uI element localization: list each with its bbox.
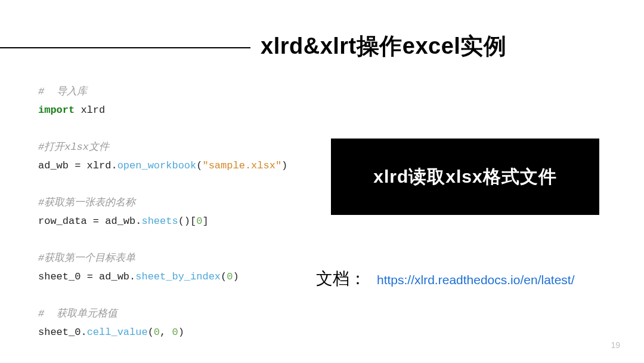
code-comment: #打开xlsx文件 [38,141,109,153]
code-block: # 导入库 import xlrd #打开xlsx文件 ad_wb = xlrd… [38,82,287,342]
doc-link[interactable]: https://xlrd.readthedocs.io/en/latest/ [377,273,575,287]
code-text: ad_wb [38,160,75,171]
code-text: xlrd [75,104,105,116]
code-comment: # 获取单元格值 [38,308,117,319]
code-text: . [80,327,86,338]
code-comment: #获取第一张表的名称 [38,197,135,208]
code-text: , [160,327,172,338]
code-text: ] [202,216,208,227]
title-divider [0,47,250,48]
code-text: sheet_0 [38,327,80,338]
code-text: ) [233,271,239,282]
code-text: ()[ [178,216,197,227]
code-text: ( [148,327,154,338]
code-text: ad_wb [93,271,129,282]
code-comment: #获取第一个目标表单 [38,253,135,264]
doc-row: 文档： https://xlrd.readthedocs.io/en/lates… [316,267,575,290]
slide-title: xlrd&xlrt操作excel实例 [261,31,506,61]
banner-text: xlrd读取xlsx格式文件 [373,165,556,189]
code-text: = [93,216,99,227]
doc-label: 文档： [316,267,366,290]
slide: xlrd&xlrt操作excel实例 # 导入库 import xlrd #打开… [0,0,644,363]
code-number: 0 [154,327,160,338]
code-number: 0 [227,271,233,282]
code-text: . [135,216,141,227]
code-number: 0 [196,216,202,227]
code-number: 0 [172,327,178,338]
code-func: cell_value [87,327,148,338]
code-text: = [87,271,93,282]
banner: xlrd读取xlsx格式文件 [331,139,599,215]
code-text: . [129,271,135,282]
code-text: xlrd [80,160,111,171]
code-text: ( [196,160,202,171]
code-string: "sample.xlsx" [202,160,281,171]
code-keyword: import [38,104,75,116]
code-text: sheet_0 [38,271,87,282]
code-text: ad_wb [99,216,135,227]
code-text: ) [281,160,287,171]
code-text: ) [178,327,184,338]
page-number: 19 [611,340,620,350]
code-text: row_data [38,216,93,227]
code-text: ( [221,271,227,282]
code-text: = [75,160,80,171]
code-func: sheets [141,216,178,227]
code-text: . [111,160,117,171]
code-func: open_workbook [117,160,197,171]
code-func: sheet_by_index [135,271,221,282]
code-comment: # 导入库 [38,86,87,97]
